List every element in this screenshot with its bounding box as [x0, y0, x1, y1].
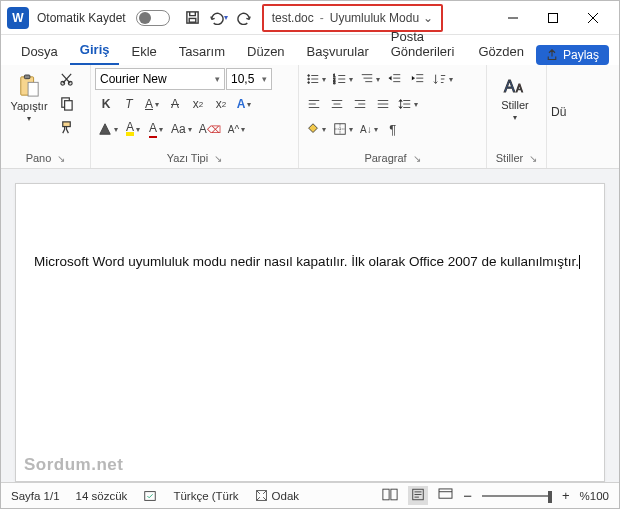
- styles-button[interactable]: AA Stiller ▾: [491, 68, 539, 128]
- tab-ekle[interactable]: Ekle: [121, 39, 166, 65]
- watermark: Sordum.net: [24, 455, 123, 475]
- svg-point-12: [308, 78, 310, 80]
- view-read-icon[interactable]: [382, 488, 398, 503]
- view-print-icon[interactable]: [408, 486, 428, 505]
- status-language[interactable]: Türkçe (Türk: [173, 490, 238, 502]
- line-spacing-button[interactable]: [395, 93, 421, 115]
- zoom-slider[interactable]: [482, 495, 552, 497]
- compat-mode-label: Uyumluluk Modu: [330, 11, 419, 25]
- italic-button[interactable]: T: [118, 93, 140, 115]
- tab-dosya[interactable]: Dosya: [11, 39, 68, 65]
- align-center-button[interactable]: [326, 93, 348, 115]
- undo-icon[interactable]: ▾: [209, 8, 229, 28]
- svg-rect-25: [439, 489, 452, 498]
- status-page[interactable]: Sayfa 1/1: [11, 490, 60, 502]
- group-label-stiller: Stiller: [496, 152, 524, 164]
- char-border-button[interactable]: A^: [225, 118, 248, 140]
- autosave-toggle[interactable]: [136, 10, 170, 26]
- dialog-launcher-icon[interactable]: ↘: [413, 153, 421, 164]
- align-left-button[interactable]: [303, 93, 325, 115]
- format-painter-button[interactable]: [55, 116, 77, 138]
- shading-button[interactable]: [303, 118, 329, 140]
- document-body[interactable]: Microsoft Word uyumluluk modu nedir nası…: [34, 254, 586, 272]
- change-case-button[interactable]: Aa: [168, 118, 195, 140]
- status-spellcheck[interactable]: [143, 489, 157, 503]
- tab-giris[interactable]: Giriş: [70, 37, 120, 65]
- underline-button[interactable]: A: [141, 93, 163, 115]
- chevron-down-icon: ⌄: [423, 11, 433, 25]
- font-size-select[interactable]: 10,5▾: [226, 68, 272, 90]
- svg-text:3: 3: [333, 80, 336, 85]
- tab-tasarim[interactable]: Tasarım: [169, 39, 235, 65]
- dialog-launcher-icon[interactable]: ↘: [57, 153, 65, 164]
- view-web-icon[interactable]: [438, 488, 453, 503]
- redo-icon[interactable]: [235, 8, 255, 28]
- svg-rect-20: [145, 491, 156, 500]
- dialog-launcher-icon[interactable]: ↘: [529, 153, 537, 164]
- tab-duzenle-trunc[interactable]: Dü: [551, 105, 573, 119]
- increase-indent-button[interactable]: [407, 68, 429, 90]
- highlight-button[interactable]: A: [122, 118, 144, 140]
- svg-rect-9: [64, 100, 72, 109]
- minimize-button[interactable]: [493, 3, 533, 33]
- font-family-select[interactable]: Courier New▾: [95, 68, 225, 90]
- zoom-out-button[interactable]: −: [463, 487, 472, 504]
- word-app-icon: W: [7, 7, 29, 29]
- svg-point-11: [308, 75, 310, 77]
- bullets-button[interactable]: [303, 68, 329, 90]
- dialog-launcher-icon[interactable]: ↘: [214, 153, 222, 164]
- show-marks-button[interactable]: ¶: [382, 118, 404, 140]
- svg-rect-22: [383, 489, 389, 500]
- bold-button[interactable]: K: [95, 93, 117, 115]
- sort-para-button[interactable]: A↓: [357, 118, 381, 140]
- svg-rect-4: [24, 75, 30, 79]
- document-area: Microsoft Word uyumluluk modu nedir nası…: [1, 169, 619, 482]
- subscript-button[interactable]: x2: [187, 93, 209, 115]
- zoom-level[interactable]: %100: [580, 490, 609, 502]
- close-button[interactable]: [573, 3, 613, 33]
- superscript-button[interactable]: x2: [210, 93, 232, 115]
- numbering-button[interactable]: 123: [330, 68, 356, 90]
- justify-button[interactable]: [372, 93, 394, 115]
- maximize-button[interactable]: [533, 3, 573, 33]
- filename: test.doc: [272, 11, 314, 25]
- group-label-yazi: Yazı Tipi: [167, 152, 208, 164]
- svg-rect-10: [62, 121, 70, 126]
- clear-format-button[interactable]: A⌫: [196, 118, 224, 140]
- sort-button[interactable]: [430, 68, 456, 90]
- svg-rect-5: [28, 82, 38, 96]
- share-button[interactable]: Paylaş: [536, 45, 609, 65]
- tab-basvurular[interactable]: Başvurular: [297, 39, 379, 65]
- ribbon: Yapıştır ▾ Pano↘ Courier New▾ 10,5▾ K T …: [1, 65, 619, 169]
- svg-rect-23: [391, 489, 397, 500]
- decrease-indent-button[interactable]: [384, 68, 406, 90]
- font-color-button[interactable]: A: [145, 118, 167, 140]
- text-cursor: [579, 255, 580, 269]
- page[interactable]: Microsoft Word uyumluluk modu nedir nası…: [15, 183, 605, 482]
- status-words[interactable]: 14 sözcük: [76, 490, 128, 502]
- group-label-pano: Pano: [26, 152, 52, 164]
- copy-button[interactable]: [55, 92, 77, 114]
- svg-text:A: A: [504, 76, 515, 94]
- svg-rect-2: [549, 13, 558, 22]
- zoom-in-button[interactable]: +: [562, 488, 570, 503]
- svg-point-13: [308, 82, 310, 84]
- group-label-paragraf: Paragraf: [364, 152, 406, 164]
- paste-button[interactable]: Yapıştır ▾: [5, 68, 53, 128]
- text-effects-button[interactable]: A: [233, 93, 255, 115]
- save-icon[interactable]: [183, 8, 203, 28]
- grow-font-button[interactable]: [95, 118, 121, 140]
- status-bar: Sayfa 1/1 14 sözcük Türkçe (Türk Odak − …: [1, 482, 619, 508]
- multilevel-button[interactable]: [357, 68, 383, 90]
- borders-button[interactable]: [330, 118, 356, 140]
- tab-gozden[interactable]: Gözden: [468, 39, 534, 65]
- status-focus[interactable]: Odak: [255, 489, 300, 502]
- strikethrough-button[interactable]: A: [164, 93, 186, 115]
- tab-duzen[interactable]: Düzen: [237, 39, 295, 65]
- tab-posta[interactable]: Posta Gönderileri: [381, 24, 467, 65]
- align-right-button[interactable]: [349, 93, 371, 115]
- svg-text:A: A: [516, 82, 523, 93]
- autosave-label: Otomatik Kaydet: [37, 11, 126, 25]
- cut-button[interactable]: [55, 68, 77, 90]
- ribbon-tabs: Dosya Giriş Ekle Tasarım Düzen Başvurula…: [1, 35, 619, 65]
